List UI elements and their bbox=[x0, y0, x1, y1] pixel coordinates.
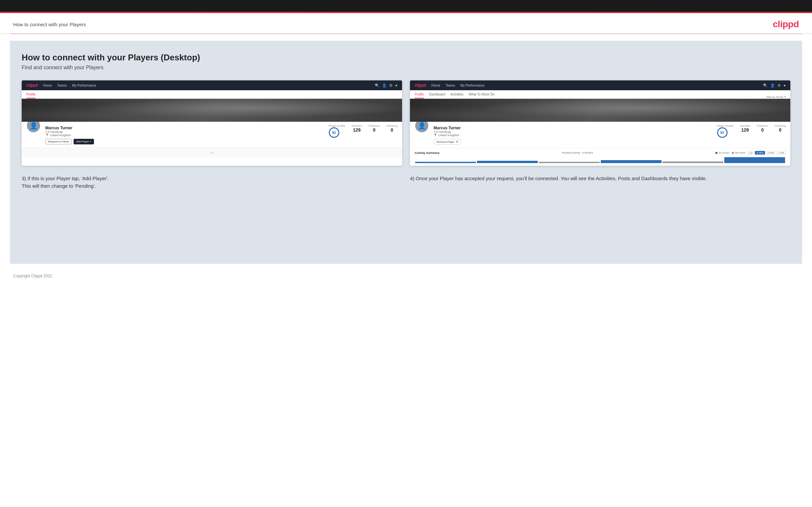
descriptions-row: 3) If this is your Player tap, 'Add Play… bbox=[22, 175, 790, 190]
time-btn-6mths[interactable]: 6 mths bbox=[755, 151, 765, 155]
activity-legend: On course Off course bbox=[715, 152, 745, 154]
clippd-logo: clippd bbox=[773, 19, 799, 30]
app-logo-right: clippd bbox=[414, 83, 426, 88]
activities-label-left: Activities bbox=[351, 124, 362, 127]
copyright-text: Copyright Clippd 2022 bbox=[13, 274, 52, 278]
breadcrumb: How to connect with your Players bbox=[13, 22, 86, 27]
player-handicap-right: 1-5 Handicap bbox=[434, 130, 712, 133]
tab-profile-right[interactable]: Profile bbox=[414, 90, 424, 99]
followers-value-left: 0 bbox=[368, 127, 380, 132]
legend-on-course: On course bbox=[715, 152, 729, 154]
time-btn-1mth[interactable]: 1 mth bbox=[776, 151, 786, 155]
page-footer: Copyright Clippd 2022 bbox=[0, 270, 812, 282]
chart-bar-5 bbox=[663, 161, 723, 163]
following-label-right: Following bbox=[774, 124, 786, 127]
avatar-icon-left[interactable]: ● bbox=[395, 83, 398, 87]
settings-icon-right[interactable]: ⚙ bbox=[777, 83, 781, 88]
profile-details-left: Marcus Turner 1-5 Handicap 📍 United King… bbox=[45, 124, 324, 145]
nav-teams-right[interactable]: Teams bbox=[445, 84, 455, 87]
following-label-left: Following bbox=[386, 124, 398, 127]
tab-dashboard-right[interactable]: Dashboard bbox=[429, 90, 445, 99]
profile-buttons-left: Request to Follow Add Player + bbox=[45, 139, 324, 145]
activity-controls: On course Off course 1 yr 6 mths 3 mths bbox=[715, 151, 786, 155]
avatar-person-icon-right: 👤 bbox=[418, 122, 426, 130]
location-icon-left: 📍 bbox=[45, 133, 49, 137]
nav-teams-left[interactable]: Teams bbox=[57, 84, 67, 87]
profile-info-right: 👤 Marcus Turner 1-5 Handicap 📍 United Ki… bbox=[410, 122, 790, 148]
profile-info-left: 👤 Marcus Turner 1-5 Handicap 📍 United Ki… bbox=[22, 122, 402, 148]
avatar-icon-right[interactable]: ● bbox=[783, 83, 786, 87]
nav-myperformance-left[interactable]: My Performance bbox=[72, 84, 96, 87]
nav-myperformance-right[interactable]: My Performance bbox=[460, 84, 484, 87]
activity-header: Activity Summary Monthly Activity · 6 Mo… bbox=[414, 151, 786, 155]
chevron-down-icon: ▾ bbox=[784, 96, 786, 99]
legend-dot-off-course bbox=[732, 152, 734, 154]
player-country-left: 📍 United Kingdom bbox=[45, 133, 324, 137]
pencil-icon: ✏ bbox=[210, 151, 213, 155]
stat-activities-left: Activities 129 bbox=[351, 124, 362, 132]
quality-circle-left: 92 bbox=[329, 127, 339, 138]
player-name-left: Marcus Turner bbox=[45, 126, 324, 130]
remove-player-label: Remove Player bbox=[437, 140, 455, 144]
time-btn-3mths[interactable]: 3 mths bbox=[766, 151, 776, 155]
screenshot-left: clippd Home Teams My Performance 🔍 👤 ⚙ ●… bbox=[22, 80, 402, 166]
remove-x-icon: ✕ bbox=[456, 140, 459, 144]
screenshots-row: clippd Home Teams My Performance 🔍 👤 ⚙ ●… bbox=[22, 80, 790, 166]
stat-following-right: Following 0 bbox=[774, 124, 786, 132]
app-nav-left: clippd Home Teams My Performance 🔍 👤 ⚙ ● bbox=[22, 80, 402, 90]
stat-followers-left: Followers 0 bbox=[368, 124, 380, 132]
chart-bar-2 bbox=[477, 161, 538, 163]
time-buttons: 1 yr 6 mths 3 mths 1 mth bbox=[747, 151, 786, 155]
following-value-left: 0 bbox=[386, 127, 398, 132]
settings-icon-left[interactable]: ⚙ bbox=[389, 83, 393, 88]
followers-label-left: Followers bbox=[368, 124, 380, 127]
followers-value-right: 0 bbox=[757, 127, 768, 132]
add-player-label: Add Player bbox=[76, 140, 89, 143]
description-text-left: 3) If this is your Player tap, 'Add Play… bbox=[22, 175, 402, 190]
nav-home-left[interactable]: Home bbox=[43, 84, 52, 87]
nav-icons-left: 🔍 👤 ⚙ ● bbox=[375, 83, 398, 88]
search-icon-left[interactable]: 🔍 bbox=[375, 83, 379, 88]
chart-bar-6 bbox=[724, 157, 785, 163]
edit-area-left: ✏ bbox=[22, 148, 402, 158]
activity-title: Activity Summary bbox=[414, 151, 440, 155]
chart-bar-1 bbox=[415, 162, 476, 163]
time-btn-1yr[interactable]: 1 yr bbox=[747, 151, 755, 155]
main-content: How to connect with your Players (Deskto… bbox=[10, 41, 802, 264]
chart-bar-4 bbox=[601, 160, 662, 163]
description-text-right: 4) Once your Player has accepted your re… bbox=[410, 175, 790, 182]
activity-period: Monthly Activity · 6 Months bbox=[562, 151, 593, 154]
app-tabs-left: Profile bbox=[22, 90, 402, 99]
profile-hero-left bbox=[22, 99, 402, 122]
description-left: 3) If this is your Player tap, 'Add Play… bbox=[22, 175, 402, 190]
player-country-right: 📍 United Kingdom bbox=[434, 133, 712, 137]
search-icon-right[interactable]: 🔍 bbox=[763, 83, 768, 88]
remove-player-button[interactable]: Remove Player ✕ bbox=[434, 139, 461, 145]
hero-bg-right bbox=[410, 99, 790, 122]
avatar-person-icon-left: 👤 bbox=[30, 122, 38, 130]
user-icon-left[interactable]: 👤 bbox=[382, 83, 387, 88]
user-icon-right[interactable]: 👤 bbox=[770, 83, 775, 88]
location-icon-right: 📍 bbox=[434, 133, 437, 137]
tab-profile-left[interactable]: Profile bbox=[26, 90, 36, 99]
stat-followers-right: Followers 0 bbox=[757, 124, 768, 132]
activity-summary: Activity Summary Monthly Activity · 6 Mo… bbox=[410, 148, 790, 166]
app-nav-right: clippd Home Teams My Performance 🔍 👤 ⚙ ● bbox=[410, 80, 790, 90]
description-right: 4) Once your Player has accepted your re… bbox=[410, 175, 790, 190]
tab-activities-right[interactable]: Activities bbox=[450, 90, 463, 99]
page-title: How to connect with your Players (Deskto… bbox=[22, 53, 790, 63]
quality-label-right: Player Quality bbox=[717, 124, 733, 127]
request-follow-button[interactable]: Request to Follow bbox=[45, 139, 71, 145]
top-bar bbox=[0, 0, 812, 12]
marcus-dropdown[interactable]: Marcus Turner ▾ bbox=[766, 96, 786, 99]
stat-quality-right: Player Quality 92 bbox=[717, 124, 733, 138]
legend-dot-on-course bbox=[715, 152, 717, 154]
header-separator bbox=[10, 34, 802, 34]
page-header: How to connect with your Players clippd bbox=[0, 13, 812, 34]
activity-chart bbox=[414, 157, 786, 163]
tab-what-to-work-on-right[interactable]: What To Work On bbox=[469, 90, 495, 99]
following-value-right: 0 bbox=[774, 127, 786, 132]
nav-home-right[interactable]: Home bbox=[431, 84, 440, 87]
activities-label-right: Activities bbox=[740, 124, 750, 127]
add-player-button[interactable]: Add Player + bbox=[73, 139, 94, 145]
